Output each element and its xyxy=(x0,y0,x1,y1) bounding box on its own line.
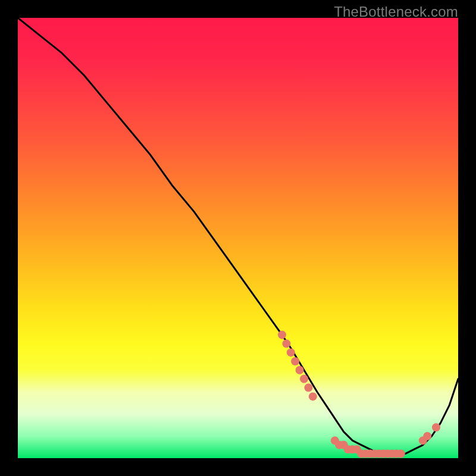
marker-dot xyxy=(291,357,299,365)
marker-dot xyxy=(287,348,295,356)
main-curve xyxy=(18,18,458,454)
marker-dot xyxy=(309,392,317,400)
marker-dots xyxy=(278,331,440,458)
marker-dot xyxy=(282,340,290,348)
marker-dot xyxy=(278,331,286,339)
marker-dot xyxy=(296,366,304,374)
chart-frame: TheBottleneck.com xyxy=(0,0,476,476)
marker-dot xyxy=(304,384,312,392)
marker-dot xyxy=(423,432,431,440)
marker-dot xyxy=(300,375,308,383)
marker-dot xyxy=(432,423,440,431)
chart-svg xyxy=(18,18,458,458)
marker-dot xyxy=(397,450,405,458)
plot-area xyxy=(18,18,458,458)
